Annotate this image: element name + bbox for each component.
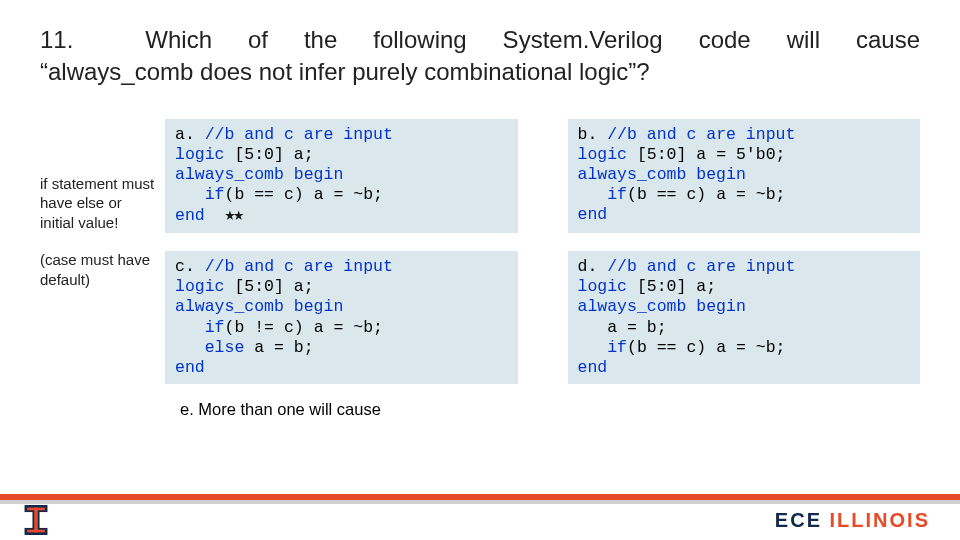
opt-a-l2a: logic <box>175 145 225 164</box>
ece-illinois-label: ECE ILLINOIS <box>775 509 930 532</box>
question-number: 11. <box>40 26 73 53</box>
opt-d-comment: //b and c are input <box>607 257 795 276</box>
opt-d-l2b: [5:0] a; <box>627 277 716 296</box>
opt-c-l5a: else <box>175 338 244 357</box>
opt-d-label: d. <box>578 257 598 276</box>
opt-c-l4b: (b != c) a = ~b; <box>225 318 383 337</box>
question-line2: “always_comb does not infer purely combi… <box>40 56 920 88</box>
opt-d-l6: end <box>578 358 608 377</box>
sidenote-p1: if statement must have else or initial v… <box>40 174 155 233</box>
opt-c-comment: //b and c are input <box>205 257 393 276</box>
ece-text: ECE <box>775 509 830 531</box>
opt-c-l4a: if <box>175 318 225 337</box>
sidenote-p2: (case must have default) <box>40 250 155 289</box>
opt-a-l4a: if <box>175 185 225 204</box>
footer-stripe-grey <box>0 500 960 504</box>
opt-d-l5b: (b == c) a = ~b; <box>627 338 785 357</box>
question-line1: Which of the following System.Verilog co… <box>145 26 920 53</box>
opt-b-l2a: logic <box>578 145 628 164</box>
option-c: c. //b and c are input logic [5:0] a; al… <box>165 251 518 384</box>
opt-a-l5: end <box>175 206 205 225</box>
opt-c-l2b: [5:0] a; <box>225 277 314 296</box>
opt-d-l2a: logic <box>578 277 628 296</box>
option-b: b. //b and c are input logic [5:0] a = 5… <box>568 119 921 233</box>
opt-b-l2b: [5:0] a = 5'b0; <box>627 145 785 164</box>
svg-rect-4 <box>34 508 38 533</box>
opt-d-l5a: if <box>578 338 628 357</box>
side-note: if statement must have else or initial v… <box>40 119 155 384</box>
opt-c-l3: always_comb begin <box>175 297 343 316</box>
opt-a-l4b: (b == c) a = ~b; <box>225 185 383 204</box>
option-d: d. //b and c are input logic [5:0] a; al… <box>568 251 921 384</box>
opt-a-l3: always_comb begin <box>175 165 343 184</box>
illinois-text: ILLINOIS <box>830 509 930 531</box>
question-text: 11. Which of the following System.Verilo… <box>40 24 920 89</box>
opt-b-l3: always_comb begin <box>578 165 746 184</box>
opt-c-l2a: logic <box>175 277 225 296</box>
opt-b-l4b: (b == c) a = ~b; <box>627 185 785 204</box>
svg-rect-5 <box>27 530 45 533</box>
opt-b-label: b. <box>578 125 598 144</box>
option-e: e. More than one will cause <box>180 400 920 419</box>
opt-d-l3: always_comb begin <box>578 297 746 316</box>
opt-c-label: c. <box>175 257 195 276</box>
options-grid: a. //b and c are input logic [5:0] a; al… <box>165 119 920 384</box>
opt-a-label: a. <box>175 125 195 144</box>
star-icon: ★★ <box>225 205 243 225</box>
opt-a-comment: //b and c are input <box>205 125 393 144</box>
opt-d-l4: a = b; <box>578 318 667 337</box>
opt-c-l6: end <box>175 358 205 377</box>
opt-b-comment: //b and c are input <box>607 125 795 144</box>
opt-a-l2b: [5:0] a; <box>225 145 314 164</box>
illinois-logo-icon <box>20 505 52 535</box>
opt-b-l5: end <box>578 205 608 224</box>
opt-c-l5b: a = b; <box>244 338 313 357</box>
option-a: a. //b and c are input logic [5:0] a; al… <box>165 119 518 233</box>
opt-b-l4a: if <box>578 185 628 204</box>
